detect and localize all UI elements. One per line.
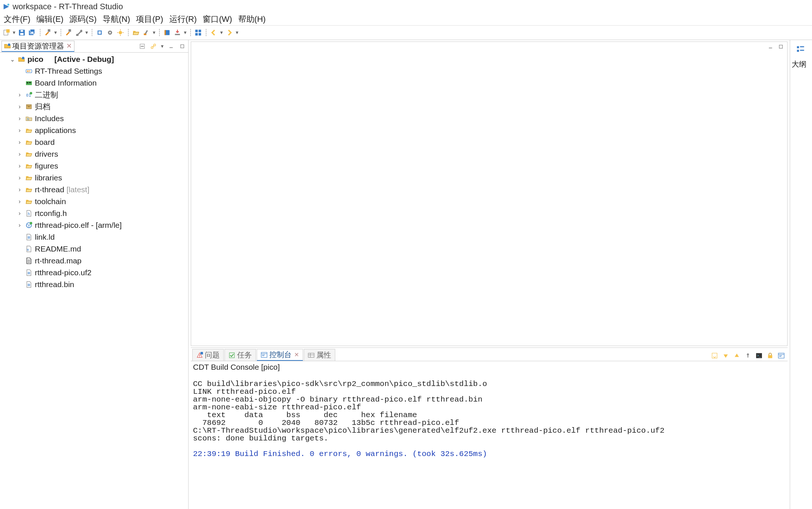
menu-source[interactable]: 源码(S) <box>68 14 98 25</box>
menu-run[interactable]: 运行(R) <box>168 14 199 25</box>
tree-item[interactable]: ›rt-thread.map <box>1 255 187 267</box>
chevron-right-icon[interactable]: › <box>16 103 23 110</box>
tree-item[interactable]: ›link.ld <box>1 231 187 243</box>
close-icon[interactable]: ✕ <box>66 42 72 50</box>
chip-button[interactable] <box>95 28 104 37</box>
tree-item[interactable]: ›rt-thread [latest] <box>1 184 187 196</box>
tree-item[interactable]: ›Board Information <box>1 77 187 89</box>
tab-problems[interactable]: 问题 <box>192 349 224 361</box>
tab-properties[interactable]: 属性 <box>304 349 335 361</box>
tree-item[interactable]: ›rtthread-pico.uf2 <box>1 267 187 279</box>
chevron-right-icon[interactable]: › <box>16 174 23 181</box>
separator-icon: ┊ <box>188 29 193 37</box>
menu-window[interactable]: 窗口(W) <box>201 14 233 25</box>
next-error-button[interactable] <box>721 351 730 360</box>
tree-item[interactable]: ›rtthread-pico.elf - [arm/le] <box>1 219 187 231</box>
tab-problems-label: 问题 <box>205 350 220 360</box>
save-all-button[interactable] <box>28 28 37 37</box>
chevron-right-icon[interactable]: › <box>16 198 23 205</box>
help-book-button[interactable] <box>163 28 172 37</box>
nav-forward-button[interactable] <box>225 28 234 37</box>
pin-console-button[interactable] <box>743 351 752 360</box>
collapse-all-button[interactable] <box>139 43 146 50</box>
download-button[interactable] <box>173 28 182 37</box>
tree-item[interactable]: ›toolchain <box>1 196 187 207</box>
chevron-right-icon[interactable]: › <box>16 139 23 146</box>
project-tree[interactable]: ⌄ pico [Active - Debug] ›RT-Thread Setti… <box>0 53 188 509</box>
maximize-view-button[interactable] <box>179 43 186 50</box>
file-icon <box>25 281 33 288</box>
chevron-right-icon[interactable]: › <box>16 151 23 157</box>
tree-item[interactable]: ›二进制 <box>1 89 187 101</box>
new-dropdown[interactable]: ▼ <box>12 28 16 37</box>
menu-help[interactable]: 帮助(H) <box>237 14 267 25</box>
debug-sun-button[interactable] <box>116 28 125 37</box>
tree-item[interactable]: ›rtthread.bin <box>1 279 187 290</box>
scroll-lock-button[interactable] <box>710 351 719 360</box>
tab-console[interactable]: 控制台 ✕ <box>257 349 303 361</box>
tree-item[interactable]: ›figures <box>1 160 187 172</box>
spacer-icon: › <box>16 68 23 74</box>
separator-icon: ┊ <box>90 29 94 37</box>
config-dropdown[interactable]: ▼ <box>84 28 89 37</box>
chevron-right-icon[interactable]: › <box>16 115 23 122</box>
tree-item[interactable]: ›README.md <box>1 243 187 255</box>
chevron-right-icon[interactable]: › <box>16 210 23 217</box>
nav-back-button[interactable] <box>209 28 218 37</box>
tree-item-label: rtthread.bin <box>35 280 74 289</box>
chevron-right-icon[interactable]: › <box>16 222 23 229</box>
build-button[interactable] <box>43 28 52 37</box>
chevron-right-icon[interactable]: › <box>16 127 23 134</box>
minimize-editor-button[interactable] <box>767 43 774 50</box>
brush-button[interactable] <box>142 28 151 37</box>
outline-button[interactable] <box>792 42 809 56</box>
tree-item-label: applications <box>35 126 76 135</box>
save-button[interactable] <box>17 28 26 37</box>
tree-item[interactable]: ›归档 <box>1 101 187 113</box>
elf-icon <box>25 222 33 229</box>
download-dropdown[interactable]: ▼ <box>183 28 187 37</box>
tab-tasks[interactable]: 任务 <box>224 349 256 361</box>
console-output[interactable]: CC build\libraries\pico-sdk\src\rp2_comm… <box>191 372 788 509</box>
menu-project[interactable]: 项目(P) <box>134 14 164 25</box>
chevron-down-icon[interactable]: ⌄ <box>9 56 16 63</box>
tree-item[interactable]: ›Includes <box>1 113 187 124</box>
minimize-view-button[interactable] <box>167 43 175 50</box>
tree-item[interactable]: ›drivers <box>1 148 187 160</box>
lock-console-button[interactable] <box>766 351 775 360</box>
menu-navigate[interactable]: 导航(N) <box>101 14 132 25</box>
tree-item[interactable]: ›board <box>1 136 187 148</box>
chevron-right-icon[interactable]: › <box>16 163 23 169</box>
open-folder-button[interactable] <box>132 28 140 37</box>
settings-button[interactable] <box>106 28 114 37</box>
tree-project-root[interactable]: ⌄ pico [Active - Debug] <box>1 53 187 65</box>
editor-area[interactable] <box>191 41 788 346</box>
nav-back-dropdown[interactable]: ▼ <box>219 28 224 37</box>
close-icon[interactable]: ✕ <box>294 351 299 358</box>
nav-forward-dropdown[interactable]: ▼ <box>235 28 239 37</box>
console-options-button[interactable] <box>777 351 786 360</box>
tree-item-label: rtthread-pico.uf2 <box>35 268 91 277</box>
outline-label[interactable]: 大纲 <box>792 59 811 69</box>
link-editor-button[interactable] <box>150 43 157 50</box>
menu-edit[interactable]: 编辑(E) <box>35 14 65 25</box>
build-dropdown[interactable]: ▼ <box>53 28 58 37</box>
project-explorer-tab[interactable]: 项目资源管理器 ✕ <box>1 41 74 52</box>
new-button[interactable] <box>2 28 11 37</box>
tree-item[interactable]: ›applications <box>1 124 187 136</box>
folder-icon <box>25 186 33 193</box>
tree-item[interactable]: ›rtconfig.h <box>1 207 187 219</box>
chevron-right-icon[interactable]: › <box>16 186 23 193</box>
tree-item[interactable]: ›libraries <box>1 172 187 184</box>
tree-item[interactable]: ›RT-Thread Settings <box>1 65 187 77</box>
chevron-right-icon[interactable]: › <box>16 92 23 98</box>
prev-error-button[interactable] <box>732 351 741 360</box>
menu-file[interactable]: 文件(F) <box>2 14 32 25</box>
view-menu-dropdown[interactable]: ▼ <box>160 44 164 49</box>
open-terminal-button[interactable] <box>755 351 763 360</box>
config-button[interactable] <box>74 28 83 37</box>
brush-dropdown[interactable]: ▼ <box>152 28 156 37</box>
build-tool-button[interactable] <box>64 28 73 37</box>
sdk-manager-button[interactable] <box>194 28 203 37</box>
maximize-editor-button[interactable] <box>778 43 784 50</box>
